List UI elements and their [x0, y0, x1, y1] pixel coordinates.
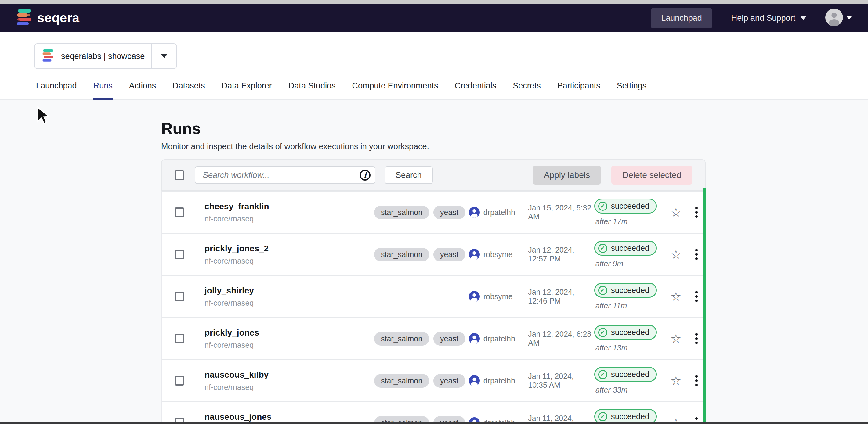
workspace-org-icon — [42, 49, 54, 63]
chevron-down-icon — [161, 54, 167, 58]
run-row: cheesy_franklin nf-core/rnaseq star_salm… — [162, 191, 705, 233]
search-input[interactable] — [195, 167, 355, 183]
run-name-link[interactable]: jolly_shirley — [205, 286, 374, 296]
status-badge: ✓ succeeded — [594, 367, 657, 382]
workspace-dropdown-toggle[interactable] — [151, 44, 177, 68]
label-pill: star_salmon — [374, 248, 429, 261]
workspace-name: seqeralabs | showcase — [61, 52, 145, 61]
runs-list: cheesy_franklin nf-core/rnaseq star_salm… — [161, 191, 706, 424]
row-checkbox[interactable] — [175, 250, 184, 259]
label-pill: star_salmon — [374, 332, 429, 346]
user-name: drpatelhh — [484, 208, 515, 217]
tab-data-explorer[interactable]: Data Explorer — [222, 81, 272, 100]
run-pipeline: nf-core/rnaseq — [205, 215, 374, 223]
tab-compute-environments[interactable]: Compute Environments — [352, 81, 438, 100]
runs-page: Runs Monitor and inspect the details of … — [0, 119, 868, 424]
user-circle-icon — [469, 333, 480, 344]
brand-wordmark: seqera — [37, 11, 79, 25]
row-checkbox[interactable] — [175, 376, 184, 386]
run-pipeline: nf-core/rnaseq — [205, 341, 374, 350]
status-badge: ✓ succeeded — [594, 409, 657, 424]
top-navbar: seqera Launchpad Help and Support — [0, 4, 868, 32]
launchpad-nav-button[interactable]: Launchpad — [651, 8, 712, 28]
workspace-tabs: Launchpad Runs Actions Datasets Data Exp… — [0, 81, 868, 100]
tab-participants[interactable]: Participants — [557, 81, 600, 100]
tab-launchpad[interactable]: Launchpad — [36, 81, 77, 100]
star-button[interactable]: ☆ — [664, 374, 688, 387]
user-menu[interactable] — [825, 8, 851, 28]
window-bottom-edge — [0, 422, 868, 424]
tab-credentials[interactable]: Credentials — [455, 81, 497, 100]
run-date: Jan 12, 2024, 12:46 PM — [528, 288, 594, 305]
run-name-link[interactable]: prickly_jones — [205, 328, 374, 338]
label-pill: yeast — [433, 205, 465, 219]
run-labels: star_salmon yeast — [374, 332, 469, 346]
delete-selected-button[interactable]: Delete selected — [611, 166, 692, 185]
run-pipeline: nf-core/rnaseq — [205, 257, 374, 265]
run-row: jolly_shirley nf-core/rnaseq robsyme Jan… — [162, 275, 705, 317]
apply-labels-button[interactable]: Apply labels — [533, 166, 601, 185]
run-name-link[interactable]: cheesy_franklin — [205, 202, 374, 211]
tab-secrets[interactable]: Secrets — [513, 81, 541, 100]
run-name-link[interactable]: prickly_jones_2 — [205, 244, 374, 254]
tab-actions[interactable]: Actions — [129, 81, 156, 100]
tab-runs[interactable]: Runs — [93, 81, 113, 100]
runs-toolbar: i Search Apply labels Delete selected — [161, 159, 706, 191]
run-date: Jan 12, 2024, 12:57 PM — [528, 246, 594, 263]
run-name-link[interactable]: nauseous_kilby — [205, 370, 374, 380]
run-duration: after 17m — [595, 217, 628, 226]
window-top-edge — [0, 0, 868, 4]
help-and-support-label: Help and Support — [731, 13, 795, 23]
run-row: prickly_jones nf-core/rnaseq star_salmon… — [162, 317, 705, 359]
row-menu-button[interactable] — [688, 207, 705, 218]
row-menu-button[interactable] — [688, 249, 705, 260]
row-menu-button[interactable] — [688, 375, 705, 386]
check-circle-icon: ✓ — [598, 370, 607, 379]
run-duration: after 13m — [595, 344, 628, 352]
run-labels: star_salmon yeast — [374, 205, 469, 219]
user-circle-icon — [469, 375, 480, 386]
runs-table: i Search Apply labels Delete selected ch… — [161, 159, 706, 424]
user-name: drpatelhh — [484, 377, 515, 385]
avatar — [825, 8, 843, 28]
row-menu-button[interactable] — [688, 333, 705, 344]
check-circle-icon: ✓ — [598, 286, 607, 295]
run-labels: star_salmon yeast — [374, 374, 469, 388]
check-circle-icon: ✓ — [598, 202, 607, 211]
star-button[interactable]: ☆ — [664, 206, 688, 219]
run-user: drpatelhh — [469, 207, 528, 218]
user-circle-icon — [469, 207, 480, 218]
search-info-button[interactable]: i — [355, 167, 375, 183]
row-checkbox[interactable] — [175, 207, 184, 217]
run-duration: after 9m — [595, 259, 623, 268]
workspace-selector[interactable]: seqeralabs | showcase — [34, 43, 177, 69]
seqera-brand[interactable]: seqera — [17, 8, 79, 28]
star-button[interactable]: ☆ — [664, 248, 688, 261]
run-date: Jan 12, 2024, 6:28 AM — [528, 330, 594, 348]
run-row: prickly_jones_2 nf-core/rnaseq star_salm… — [162, 233, 705, 275]
table-scroll-indicator[interactable] — [703, 188, 706, 424]
row-checkbox[interactable] — [175, 334, 184, 344]
tab-datasets[interactable]: Datasets — [173, 81, 205, 100]
label-pill: yeast — [433, 248, 465, 261]
star-button[interactable]: ☆ — [664, 332, 688, 345]
select-all-checkbox[interactable] — [175, 170, 184, 180]
run-labels: star_salmon yeast — [374, 248, 469, 261]
mouse-cursor — [37, 106, 51, 125]
search-button[interactable]: Search — [384, 166, 433, 184]
check-circle-icon: ✓ — [598, 328, 607, 337]
star-button[interactable]: ☆ — [664, 290, 688, 303]
run-duration: after 11m — [595, 301, 627, 310]
row-menu-button[interactable] — [688, 291, 705, 302]
user-name: robsyme — [484, 292, 513, 301]
user-name: robsyme — [484, 250, 513, 259]
run-user: robsyme — [469, 291, 528, 302]
label-pill: star_salmon — [374, 205, 429, 219]
help-and-support-menu[interactable]: Help and Support — [731, 13, 806, 23]
run-name-link[interactable]: nauseous_jones — [205, 412, 374, 422]
row-checkbox[interactable] — [175, 292, 184, 301]
check-circle-icon: ✓ — [598, 244, 607, 253]
tab-settings[interactable]: Settings — [617, 81, 647, 100]
tab-data-studios[interactable]: Data Studios — [288, 81, 336, 100]
status-badge: ✓ succeeded — [594, 241, 657, 256]
